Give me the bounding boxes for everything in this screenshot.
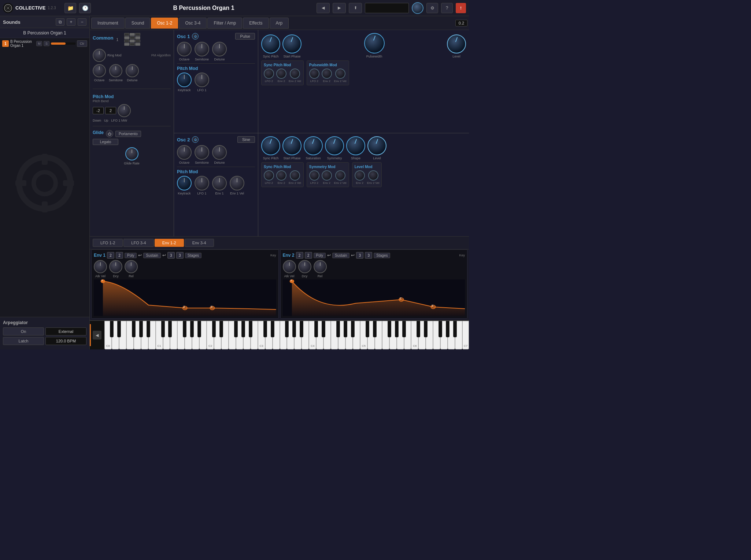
osc2-saturation-knob[interactable]	[304, 136, 323, 155]
osc1-power-btn[interactable]: ⏻	[192, 33, 199, 40]
osc1-semitone-knob[interactable]	[195, 42, 209, 56]
white-key-d6[interactable]	[418, 321, 426, 349]
tab-sound[interactable]: Sound	[125, 18, 151, 29]
folder-btn[interactable]: 📁	[64, 3, 76, 13]
white-key-d2[interactable]	[214, 321, 221, 349]
osc2-sym-env2vel-knob[interactable]	[335, 170, 345, 181]
osc2-sym-env2-knob[interactable]	[322, 170, 332, 181]
record-btn[interactable]: !	[456, 3, 466, 13]
white-key-d3[interactable]	[265, 321, 273, 349]
white-key-e3[interactable]	[273, 321, 280, 349]
white-key-c1[interactable]: C1	[156, 321, 163, 349]
osc2-sync-pitch-knob[interactable]	[261, 136, 280, 155]
white-key-e6[interactable]	[426, 321, 433, 349]
ctr-btn[interactable]: Ctr	[77, 40, 87, 47]
osc2-start-phase-knob[interactable]	[282, 136, 301, 155]
white-key-b4[interactable]	[353, 321, 360, 349]
tab-effects[interactable]: Effects	[243, 18, 269, 29]
osc2-symmetry-knob[interactable]	[325, 136, 344, 155]
osc1-wave-btn[interactable]: Pulse	[235, 33, 255, 40]
white-key-g2[interactable]	[236, 321, 243, 349]
pb-down-val[interactable]: -2	[93, 107, 104, 114]
tab-arp[interactable]: Arp	[270, 18, 289, 29]
env-tab-lfo34[interactable]: LFO 3-4	[123, 239, 153, 247]
white-key-f6[interactable]	[433, 321, 440, 349]
osc1-spm-lfo2-knob[interactable]	[264, 68, 274, 79]
search-bar[interactable]	[365, 3, 409, 13]
env2-dcy-knob[interactable]	[298, 260, 311, 273]
white-key-g5[interactable]	[389, 321, 397, 349]
osc1-level-knob[interactable]	[447, 34, 466, 53]
common-detune-knob[interactable]	[126, 64, 139, 77]
glide-power-btn[interactable]: ⏻	[106, 130, 113, 137]
env1-dcy-knob[interactable]	[109, 260, 122, 273]
osc1-lfo1-knob[interactable]	[195, 73, 209, 87]
env2-sustain-btn[interactable]: Sustain	[332, 253, 349, 258]
osc2-wave-btn[interactable]: Sine	[237, 136, 255, 143]
env1-sustain-btn[interactable]: Sustain	[143, 253, 160, 258]
osc1-pwm-env2-knob[interactable]	[322, 68, 332, 79]
white-key-c2[interactable]: C2	[207, 321, 214, 349]
white-key-a4[interactable]	[345, 321, 353, 349]
arp-latch-btn[interactable]: Latch	[3, 337, 44, 345]
white-key-f0[interactable]	[126, 321, 134, 349]
osc2-level-knob[interactable]	[367, 136, 386, 155]
portamento-btn[interactable]: Portamento	[115, 131, 141, 137]
white-key-g6[interactable]	[440, 321, 448, 349]
osc2-env1-knob[interactable]	[212, 176, 227, 190]
white-key-f2[interactable]	[229, 321, 236, 349]
white-key-f1[interactable]	[177, 321, 185, 349]
white-key-c4[interactable]: C4	[309, 321, 316, 349]
white-key-a0[interactable]	[141, 321, 148, 349]
white-key-d5[interactable]	[367, 321, 375, 349]
env-tab-lfo12[interactable]: LFO 1-2	[93, 239, 123, 247]
mute-btn[interactable]: M	[36, 41, 42, 46]
osc1-pwm-env2vel-knob[interactable]	[335, 68, 345, 79]
sounds-add-btn[interactable]: +	[67, 18, 75, 26]
osc2-power-btn[interactable]: ⏻	[192, 136, 199, 143]
white-key-g3[interactable]	[287, 321, 294, 349]
white-key-c5[interactable]: C5	[360, 321, 367, 349]
white-key-c0[interactable]: C0	[104, 321, 112, 349]
pb-up-val[interactable]: 2	[105, 107, 116, 114]
next-btn[interactable]: ▶	[333, 3, 346, 13]
history-btn[interactable]: 🕐	[79, 3, 91, 13]
osc2-spm-lfo2-knob[interactable]	[264, 170, 274, 181]
white-key-b3[interactable]	[301, 321, 309, 349]
export-btn[interactable]: ⬆	[349, 3, 362, 13]
master-knob[interactable]	[412, 2, 423, 14]
lfo1mw-knob[interactable]	[118, 104, 131, 117]
osc2-detune-knob[interactable]	[212, 145, 227, 160]
env2-poly-btn[interactable]: Poly	[314, 253, 326, 258]
env1-atk-vel-knob[interactable]	[94, 260, 107, 273]
piano-scroll-left[interactable]: ◀	[93, 331, 101, 340]
osc1-keytrack-knob[interactable]	[177, 73, 192, 87]
arp-on-btn[interactable]: On	[3, 327, 44, 335]
osc1-sync-pitch-knob[interactable]	[261, 34, 280, 53]
env2-atk-vel-knob[interactable]	[283, 260, 296, 273]
common-semitone-knob[interactable]	[109, 64, 122, 77]
white-key-g4[interactable]	[338, 321, 345, 349]
osc1-detune-knob[interactable]	[212, 42, 227, 56]
white-key-b0[interactable]	[148, 321, 156, 349]
osc2-shape-knob[interactable]	[346, 136, 365, 155]
white-key-e1[interactable]	[170, 321, 177, 349]
env-tab-env12[interactable]: Env 1-2	[155, 239, 184, 247]
ring-mod-knob[interactable]	[93, 49, 106, 62]
white-key-a5[interactable]	[397, 321, 404, 349]
tab-osc12[interactable]: Osc 1-2	[151, 18, 178, 29]
white-key-e0[interactable]	[119, 321, 126, 349]
osc2-lfo1-knob[interactable]	[195, 176, 209, 190]
piano-keys[interactable]: C0	[104, 321, 469, 349]
osc2-lev-env2vel-knob[interactable]	[368, 170, 378, 181]
sounds-remove-btn[interactable]: −	[78, 18, 86, 26]
tab-osc34[interactable]: Osc 3-4	[179, 18, 207, 29]
solo-btn[interactable]: S	[44, 41, 49, 46]
osc1-pulsewidth-knob[interactable]	[364, 33, 385, 53]
osc2-lev-env2-knob[interactable]	[355, 170, 365, 181]
white-key-c3[interactable]: C3	[258, 321, 265, 349]
white-key-f5[interactable]	[382, 321, 389, 349]
osc1-spm-env2vel-knob[interactable]	[290, 68, 300, 79]
env1-stages-btn[interactable]: Stages	[185, 253, 201, 258]
settings-btn[interactable]: ⚙	[426, 3, 438, 13]
